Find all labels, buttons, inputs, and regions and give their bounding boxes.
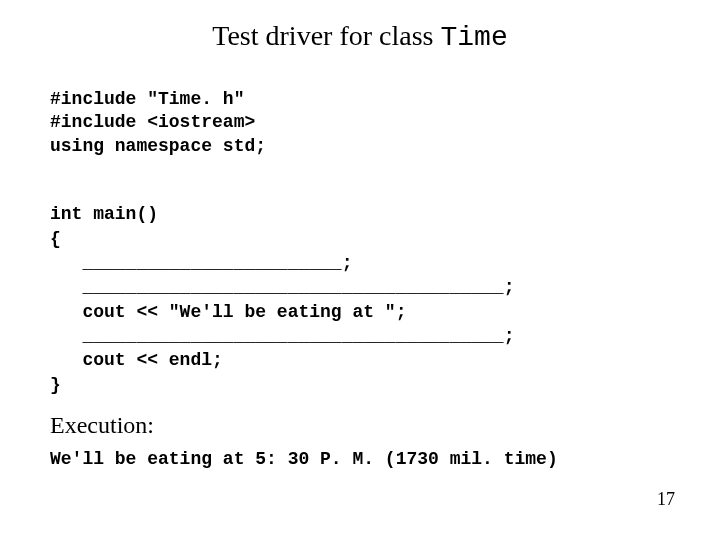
code-blank-3: _______________________________________; xyxy=(50,326,514,346)
slide-title: Test driver for class Time xyxy=(50,20,670,53)
code-blank-1: ________________________; xyxy=(50,253,352,273)
code-main-open: int main() { xyxy=(50,204,158,248)
title-prefix: Test driver for class xyxy=(212,20,440,51)
page-number: 17 xyxy=(657,489,675,510)
code-includes: #include "Time. h" #include <iostream> u… xyxy=(50,88,670,158)
code-cout-1: cout << "We'll be eating at "; xyxy=(50,302,406,322)
execution-label: Execution: xyxy=(50,412,670,439)
title-classname: Time xyxy=(440,22,507,53)
code-main-close: } xyxy=(50,375,61,395)
code-main: int main() { ________________________; _… xyxy=(50,178,670,397)
code-blank-2: _______________________________________; xyxy=(50,277,514,297)
code-cout-2: cout << endl; xyxy=(50,350,223,370)
execution-output: We'll be eating at 5: 30 P. M. (1730 mil… xyxy=(50,449,670,469)
